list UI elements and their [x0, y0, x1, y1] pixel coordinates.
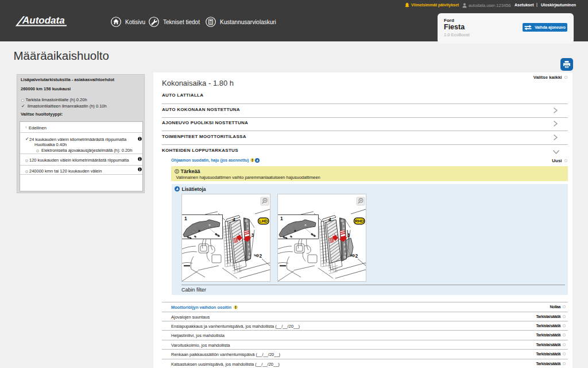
svg-text:3: 3: [347, 232, 350, 238]
svg-text:1: 1: [184, 216, 187, 221]
svg-text:2: 2: [355, 253, 358, 259]
svg-text:3: 3: [252, 232, 254, 238]
svg-text:2: 2: [260, 253, 262, 259]
svg-text:LHD: LHD: [259, 218, 268, 224]
svg-text:1: 1: [280, 216, 283, 221]
svg-text:Autodata: Autodata: [22, 15, 65, 26]
svg-text:RHD: RHD: [355, 218, 364, 224]
